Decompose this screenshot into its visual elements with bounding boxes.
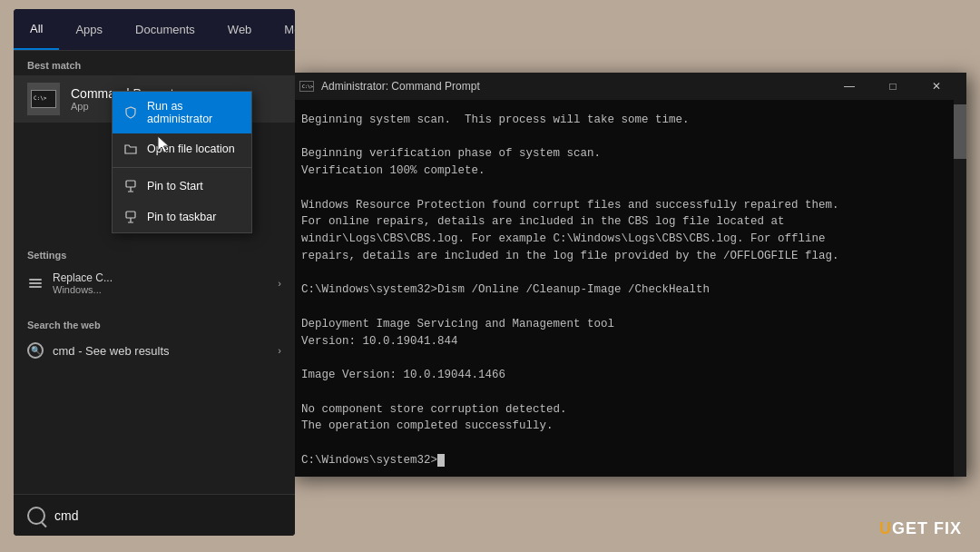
svg-rect-3 xyxy=(126,212,135,218)
watermark-prefix: U xyxy=(879,519,892,537)
svg-rect-6 xyxy=(29,279,42,281)
best-match-label: Best match xyxy=(14,51,295,75)
folder-icon xyxy=(123,142,138,156)
web-search-label: Search the web xyxy=(14,310,295,335)
pin-start-icon xyxy=(123,179,138,193)
pin-start-label: Pin to Start xyxy=(147,180,203,192)
cmd-line: Version: 10.0.19041.844 xyxy=(301,333,956,350)
window-controls: — □ ✕ xyxy=(828,73,957,100)
cmd-line: C:\Windows\system32> xyxy=(301,452,956,469)
web-search-text: cmd - See web results xyxy=(53,344,170,358)
cmd-line xyxy=(301,265,956,282)
cmd-icon xyxy=(31,90,56,108)
search-icon xyxy=(27,507,45,525)
run-admin-label: Run as administrator xyxy=(147,100,240,125)
cmd-line: Deployment Image Servicing and Managemen… xyxy=(301,316,956,333)
settings-label: Settings xyxy=(14,241,295,265)
cmd-line xyxy=(301,384,956,401)
settings-icon xyxy=(27,275,44,291)
watermark: UGET FIX xyxy=(879,519,962,538)
search-input-display[interactable]: cmd xyxy=(54,508,78,523)
web-arrow-icon: › xyxy=(278,345,281,356)
svg-rect-0 xyxy=(126,181,135,187)
cmd-line: Beginning system scan. This process will… xyxy=(301,112,956,129)
tabs-row: All Apps Documents Web More ▾ xyxy=(14,9,295,51)
cmd-line xyxy=(301,180,956,197)
cmd-line: windir\Logs\CBS\CBS.log. For example C:\… xyxy=(301,231,956,248)
search-bar: cmd xyxy=(14,494,295,536)
scrollbar-thumb[interactable] xyxy=(954,104,966,159)
maximize-button[interactable]: □ xyxy=(872,73,914,100)
cmd-line: Image Version: 10.0.19044.1466 xyxy=(301,367,956,384)
cmd-line xyxy=(301,129,956,146)
minimize-button[interactable]: — xyxy=(828,73,870,100)
tab-apps[interactable]: Apps xyxy=(59,9,119,50)
settings-item-text: Replace C... Windows... xyxy=(53,271,269,295)
cmd-line xyxy=(301,299,956,316)
app-icon xyxy=(27,83,60,115)
settings-item[interactable]: Replace C... Windows... › xyxy=(14,265,295,301)
tab-more[interactable]: More ▾ xyxy=(268,9,295,50)
svg-rect-8 xyxy=(29,286,42,288)
watermark-suffix: GET FIX xyxy=(892,519,962,537)
cmd-line: C:\Windows\system32>Dism /Online /Cleanu… xyxy=(301,281,956,299)
start-menu: All Apps Documents Web More ▾ Best match… xyxy=(14,9,295,536)
cmd-title-text: Administrator: Command Prompt xyxy=(321,80,828,93)
cmd-line xyxy=(301,435,956,452)
cmd-line: The operation completed successfully. xyxy=(301,418,956,435)
cmd-window: C:\> Administrator: Command Prompt — □ ✕… xyxy=(290,73,966,477)
svg-rect-7 xyxy=(29,282,42,284)
context-run-admin[interactable]: Run as administrator xyxy=(113,92,251,133)
pin-taskbar-icon xyxy=(123,210,138,224)
web-search-section: Search the web 🔍 cmd - See web results › xyxy=(14,306,295,370)
web-search-icon: 🔍 xyxy=(27,342,44,359)
cmd-titlebar: C:\> Administrator: Command Prompt — □ ✕ xyxy=(290,73,966,100)
cmd-line: Verification 100% complete. xyxy=(301,163,956,180)
cmd-line: Windows Resource Protection found corrup… xyxy=(301,197,956,214)
context-pin-start[interactable]: Pin to Start xyxy=(113,171,251,202)
cmd-content: Microsoft Windows [Version 10.0.19044.14… xyxy=(290,100,966,477)
settings-section: Settings Replace C... Windows... › xyxy=(14,232,295,306)
cmd-line xyxy=(301,100,956,112)
cmd-line xyxy=(301,350,956,367)
shield-icon xyxy=(123,105,138,120)
tab-web[interactable]: Web xyxy=(211,9,269,50)
web-search-item[interactable]: 🔍 cmd - See web results › xyxy=(14,335,295,366)
cmd-line: Beginning verification phase of system s… xyxy=(301,145,956,163)
open-location-label: Open file location xyxy=(147,143,235,155)
context-divider xyxy=(113,167,251,168)
context-open-location[interactable]: Open file location xyxy=(113,133,251,164)
cmd-line: No component store corruption detected. xyxy=(301,401,956,419)
close-button[interactable]: ✕ xyxy=(916,73,957,100)
tab-documents[interactable]: Documents xyxy=(119,9,211,50)
cmd-title-icon: C:\> xyxy=(299,81,314,92)
tab-all[interactable]: All xyxy=(14,9,59,50)
cmd-line: For online repairs, details are included… xyxy=(301,213,956,231)
cursor xyxy=(437,454,445,467)
context-menu: Run as administrator Open file location … xyxy=(112,91,252,233)
context-pin-taskbar[interactable]: Pin to taskbar xyxy=(113,202,251,232)
pin-taskbar-label: Pin to taskbar xyxy=(147,211,216,223)
cmd-line: repairs, details are included in the log… xyxy=(301,248,956,265)
arrow-right-icon: › xyxy=(278,278,281,289)
scrollbar[interactable] xyxy=(954,100,966,477)
